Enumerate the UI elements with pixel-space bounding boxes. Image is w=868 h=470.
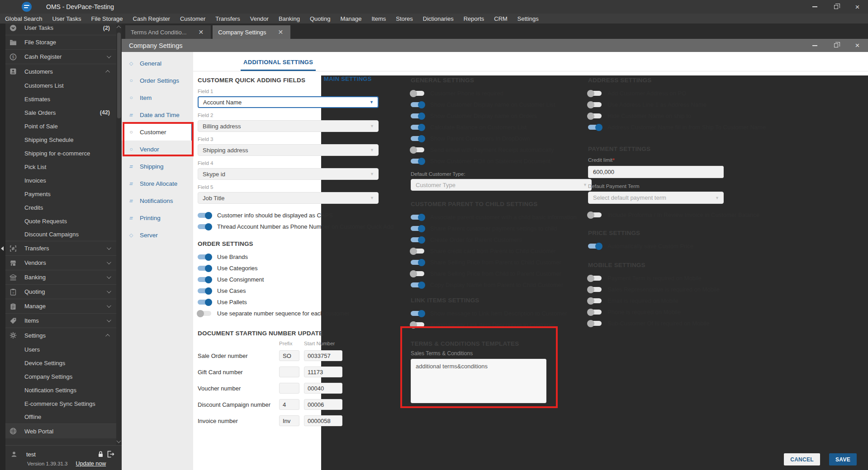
menu-cash-register[interactable]: Cash Register <box>128 15 175 22</box>
menu-items[interactable]: Items <box>366 15 391 22</box>
sidebar-item-manage[interactable]: Manage <box>5 299 116 314</box>
menu-dictionaries[interactable]: Dictionaries <box>418 15 459 22</box>
associate-parent-child-toggle[interactable] <box>411 215 424 220</box>
voucher-prefix-input[interactable] <box>279 383 299 394</box>
invoice-prefix-input[interactable] <box>279 415 299 426</box>
sidebar-item-payments[interactable]: Payments <box>5 187 116 201</box>
sidebar-item-credits[interactable]: Credits <box>5 201 116 214</box>
sidebar-item-discount-campaigns[interactable]: Discount Campaigns <box>5 228 116 241</box>
sidebar-item-file-storage[interactable]: File Storage <box>5 35 116 50</box>
include-proforma-toggle[interactable] <box>588 212 602 217</box>
cancel-button[interactable]: CANCEL <box>784 453 820 465</box>
thread-account-number-toggle[interactable] <box>198 224 211 229</box>
display-name-customer-list-toggle[interactable] <box>411 102 424 107</box>
sidebar-item-notification-settings[interactable]: Notification Settings <box>5 383 116 397</box>
menu-file-storage[interactable]: File Storage <box>86 15 128 22</box>
menu-stores[interactable]: Stores <box>391 15 418 22</box>
sidebar-item-company-settings[interactable]: Company Settings <box>5 370 116 383</box>
tab-terms-and-conditions[interactable]: Terms And Conditio... ✕ <box>125 25 211 39</box>
sidebar-item-customers[interactable]: Customers <box>5 64 116 79</box>
logout-icon[interactable] <box>105 451 115 458</box>
sidebar-scrollbar[interactable] <box>116 24 122 445</box>
sidebar-item-banking[interactable]: Banking <box>5 270 116 285</box>
phone-mobile-toggle[interactable] <box>588 310 602 315</box>
show-link-message-toggle[interactable] <box>411 311 424 316</box>
sidebar-item-items[interactable]: Items <box>5 314 116 328</box>
create-order-parent-toggle[interactable] <box>411 237 424 242</box>
menu-manage[interactable]: Manage <box>335 15 366 22</box>
sidebar-item-shipping-schedule[interactable]: Shipping Schedule <box>5 133 116 146</box>
restore-button[interactable] <box>825 0 847 14</box>
use-categories-toggle[interactable] <box>198 266 211 271</box>
sidebar-item-cash-register[interactable]: $ Cash Register <box>5 50 116 64</box>
menu-user-tasks[interactable]: User Tasks <box>47 15 86 22</box>
settings-nav-date-and-time[interactable]: =Date and Time <box>122 106 193 123</box>
payment-receipt-email-toggle[interactable] <box>411 147 424 152</box>
use-brands-toggle[interactable] <box>198 254 211 259</box>
settings-nav-notifications[interactable]: =Notifications <box>122 192 193 209</box>
sidebar-item-transfers[interactable]: Transfers <box>5 241 116 256</box>
menu-transfers[interactable]: Transfers <box>210 15 245 22</box>
tab-company-settings[interactable]: Company Settings ✕ <box>213 25 290 39</box>
copy-display-name-toggle[interactable] <box>411 282 424 287</box>
email-mobile-toggle[interactable] <box>588 298 602 303</box>
settings-nav-printing[interactable]: =Printing <box>122 209 193 226</box>
sidebar-item-device-settings[interactable]: Device Settings <box>5 356 116 370</box>
sidebar-item-web-portal[interactable]: Web Portal <box>5 424 116 438</box>
address-name-fill-toggle[interactable] <box>588 125 602 130</box>
sidebar-item-shipping-ecommerce[interactable]: Shipping for e-commerce <box>5 146 116 160</box>
field1-dropdown[interactable]: Account Name <box>198 96 379 108</box>
settings-nav-shipping[interactable]: =Shipping <box>122 158 193 175</box>
menu-settings[interactable]: Settings <box>512 15 544 22</box>
menu-global-search[interactable]: Global Search <box>0 15 47 22</box>
use-cases-toggle[interactable] <box>198 288 211 293</box>
sale-order-prefix-input[interactable] <box>279 350 299 361</box>
gift-card-prefix-input[interactable] <box>279 367 299 377</box>
settings-nav-server[interactable]: ◇Server <box>122 226 193 244</box>
settings-nav-order-settings[interactable]: ○Order Settings <box>122 72 193 89</box>
menu-reports[interactable]: Reports <box>459 15 489 22</box>
settings-nav-vendor[interactable]: ○Vendor <box>122 141 193 158</box>
calculate-balance-toggle[interactable] <box>411 125 424 130</box>
sidebar-item-user-tasks[interactable]: User Tasks (2) <box>5 24 116 35</box>
use-consignment-toggle[interactable] <box>198 277 211 282</box>
discount-campaign-prefix-input[interactable] <box>279 399 299 410</box>
sale-order-start-input[interactable] <box>304 350 342 361</box>
menu-customer[interactable]: Customer <box>175 15 210 22</box>
sidebar-item-settings[interactable]: Settings <box>5 328 116 343</box>
menu-vendor[interactable]: Vendor <box>245 15 274 22</box>
address-line1-name-toggle[interactable] <box>588 102 602 107</box>
inner-minimize-button[interactable] <box>804 39 825 52</box>
sidebar-item-vendors[interactable]: Vendors <box>5 256 116 270</box>
parent-customers-dropdown-toggle[interactable] <box>411 136 424 141</box>
sidebar-item-quote-requests[interactable]: Quote Requests <box>5 214 116 228</box>
share-selling-price-child-toggle[interactable] <box>411 271 424 276</box>
sidebar-item-quoting[interactable]: ? Quoting <box>5 285 116 299</box>
sales-rep-mobile-toggle[interactable] <box>588 287 602 292</box>
address-on-po-toggle[interactable] <box>588 91 602 96</box>
use-pallets-toggle[interactable] <box>198 300 211 305</box>
caps-toggle[interactable] <box>198 213 211 218</box>
sidebar-item-users[interactable]: Users <box>5 343 116 356</box>
gift-card-start-input[interactable] <box>304 367 342 377</box>
settings-nav-item[interactable]: ○Item <box>122 89 193 106</box>
inner-close-button[interactable]: × <box>847 39 868 52</box>
save-button[interactable]: SAVE <box>829 453 857 465</box>
sidebar-item-customers-list[interactable]: Customers List <box>5 79 116 92</box>
scrollbar-thumb[interactable] <box>117 33 121 118</box>
share-selling-price-parent-toggle[interactable] <box>411 260 424 265</box>
sidebar-item-point-of-sale[interactable]: Point of Sale <box>5 119 116 133</box>
menu-quoting[interactable]: Quoting <box>305 15 336 22</box>
menu-crm[interactable]: CRM <box>489 15 512 22</box>
sidebar-item-invoices[interactable]: Invoices <box>5 174 116 187</box>
invoice-start-input[interactable] <box>304 415 342 426</box>
sidebar-item-estimates[interactable]: Estimates <box>5 92 116 106</box>
close-button[interactable]: × <box>847 0 868 14</box>
sales-terms-textarea[interactable]: additional terms&conditions <box>411 359 546 403</box>
discount-campaign-start-input[interactable] <box>304 399 342 410</box>
auto-save-custom-price-toggle[interactable] <box>588 244 602 249</box>
share-credit-card-toggle[interactable] <box>411 249 424 254</box>
auto-link-description-toggle[interactable] <box>411 322 424 327</box>
voucher-start-input[interactable] <box>304 383 342 394</box>
tab-additional-settings[interactable]: ADDITIONAL SETTINGS <box>241 59 316 71</box>
